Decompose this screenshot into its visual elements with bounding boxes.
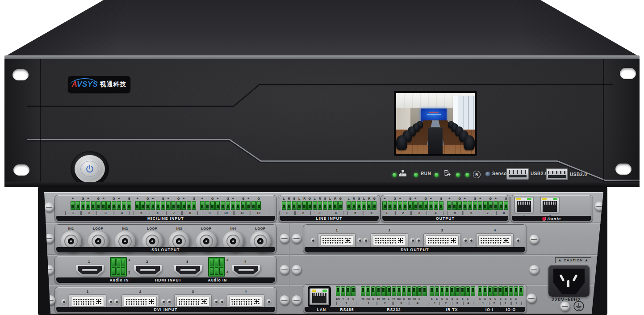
- hdmi-port[interactable]: [134, 265, 162, 276]
- terminal-pin[interactable]: [341, 286, 345, 296]
- terminal-pin[interactable]: [388, 201, 392, 210]
- terminal-pin[interactable]: [386, 286, 391, 296]
- terminal-pin[interactable]: [381, 286, 386, 296]
- terminal-pin[interactable]: [430, 286, 434, 296]
- usb-port[interactable]: [506, 168, 529, 180]
- hdmi-port[interactable]: [232, 265, 260, 276]
- terminal-pin[interactable]: [418, 201, 423, 210]
- thumb-screw[interactable]: [292, 295, 301, 305]
- terminal-pin[interactable]: [361, 286, 365, 296]
- terminal-pin[interactable]: [246, 201, 251, 210]
- terminal-pin[interactable]: [338, 201, 343, 210]
- terminal-pin[interactable]: [161, 201, 165, 210]
- rj45-port[interactable]: [540, 197, 560, 214]
- terminal-pin[interactable]: [473, 201, 477, 210]
- thumb-screw[interactable]: [292, 265, 301, 275]
- terminal-pin[interactable]: [166, 201, 171, 210]
- terminal-pin[interactable]: [215, 201, 220, 210]
- terminal-pin[interactable]: [251, 201, 256, 210]
- terminal-pin[interactable]: [357, 201, 361, 210]
- terminal-pin[interactable]: [366, 286, 370, 296]
- iec-power-inlet[interactable]: [548, 265, 590, 297]
- terminal-pin[interactable]: [457, 201, 462, 210]
- thumb-screw[interactable]: [292, 234, 301, 244]
- terminal-pin[interactable]: [117, 201, 121, 210]
- terminal-pin[interactable]: [434, 201, 438, 210]
- terminal-pin[interactable]: [376, 286, 381, 296]
- terminal-pin[interactable]: [71, 201, 75, 210]
- terminal-pin[interactable]: [367, 201, 372, 210]
- terminal-pin[interactable]: [156, 201, 160, 210]
- terminal-pin[interactable]: [347, 201, 351, 210]
- terminal-pin[interactable]: [302, 201, 307, 210]
- terminal-pin[interactable]: [493, 286, 498, 296]
- terminal-pin[interactable]: [292, 201, 297, 210]
- terminal-pin[interactable]: [371, 286, 376, 296]
- terminal-pin[interactable]: [236, 201, 240, 210]
- terminal-pin[interactable]: [478, 286, 482, 296]
- terminal-pin[interactable]: [81, 201, 85, 210]
- terminal-pin[interactable]: [75, 201, 80, 210]
- terminal-pin[interactable]: [328, 201, 332, 210]
- terminal-pin[interactable]: [297, 201, 301, 210]
- terminal-pin[interactable]: [417, 286, 422, 296]
- terminal-pin[interactable]: [200, 201, 205, 210]
- dvi-connector[interactable]: [310, 233, 363, 248]
- terminal-pin[interactable]: [205, 201, 209, 210]
- terminal-pin[interactable]: [313, 201, 317, 210]
- terminal-pin[interactable]: [452, 201, 457, 210]
- terminal-pin[interactable]: [435, 286, 439, 296]
- terminal-pin[interactable]: [231, 201, 235, 210]
- terminal-pin[interactable]: [398, 201, 402, 210]
- terminal-pin[interactable]: [468, 201, 472, 210]
- lan-port[interactable]: [309, 288, 329, 305]
- terminal-pin[interactable]: [488, 201, 493, 210]
- terminal-pin[interactable]: [478, 201, 482, 210]
- terminal-pin[interactable]: [323, 201, 327, 210]
- terminal-pin[interactable]: [135, 201, 140, 210]
- terminal-pin[interactable]: [181, 201, 186, 210]
- terminal-pin[interactable]: [226, 201, 230, 210]
- dvi-connector[interactable]: [416, 233, 468, 248]
- thumb-screw[interactable]: [529, 235, 539, 244]
- terminal-pin[interactable]: [287, 201, 291, 210]
- terminal-pin[interactable]: [393, 201, 397, 210]
- terminal-pin[interactable]: [192, 201, 196, 210]
- terminal-pin[interactable]: [514, 286, 518, 296]
- terminal-pin[interactable]: [465, 286, 470, 296]
- terminal-pin[interactable]: [493, 201, 498, 210]
- terminal-pin[interactable]: [151, 201, 155, 210]
- terminal-pin[interactable]: [346, 286, 351, 296]
- terminal-pin[interactable]: [483, 201, 488, 210]
- terminal-pin[interactable]: [423, 201, 428, 210]
- terminal-pin[interactable]: [498, 286, 503, 296]
- audio-in-block[interactable]: [208, 257, 225, 277]
- terminal-pin[interactable]: [397, 286, 401, 296]
- terminal-pin[interactable]: [392, 286, 396, 296]
- terminal-pin[interactable]: [372, 201, 376, 210]
- terminal-pin[interactable]: [402, 286, 406, 296]
- terminal-pin[interactable]: [447, 201, 452, 210]
- terminal-pin[interactable]: [86, 201, 90, 210]
- rj45-port[interactable]: [514, 197, 534, 214]
- terminal-pin[interactable]: [509, 286, 513, 296]
- thumb-screw[interactable]: [280, 265, 289, 275]
- terminal-pin[interactable]: [483, 286, 487, 296]
- terminal-pin[interactable]: [498, 201, 503, 210]
- terminal-pin[interactable]: [221, 201, 225, 210]
- terminal-pin[interactable]: [171, 201, 176, 210]
- terminal-pin[interactable]: [333, 201, 338, 210]
- terminal-pin[interactable]: [471, 286, 475, 296]
- terminal-pin[interactable]: [256, 201, 261, 210]
- terminal-pin[interactable]: [413, 201, 418, 210]
- terminal-pin[interactable]: [351, 286, 355, 296]
- terminal-pin[interactable]: [488, 286, 493, 296]
- terminal-pin[interactable]: [429, 201, 433, 210]
- terminal-pin[interactable]: [362, 201, 366, 210]
- usb-port[interactable]: [546, 168, 568, 180]
- hdmi-port[interactable]: [76, 265, 104, 276]
- terminal-pin[interactable]: [439, 201, 443, 210]
- terminal-pin[interactable]: [382, 201, 387, 210]
- thumb-screw[interactable]: [280, 295, 289, 305]
- terminal-pin[interactable]: [146, 201, 150, 210]
